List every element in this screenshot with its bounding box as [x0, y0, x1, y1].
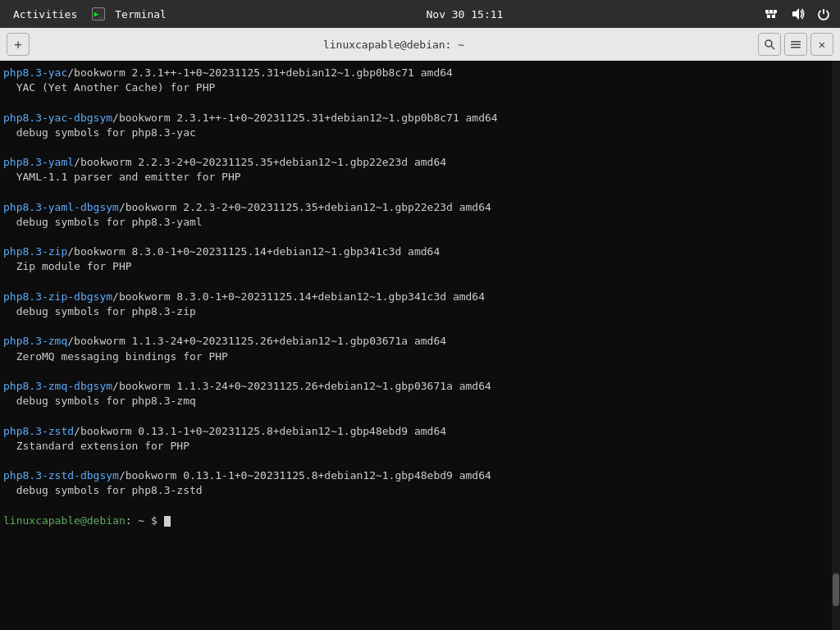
- system-bar-right: [763, 6, 832, 22]
- svg-rect-2: [774, 10, 777, 13]
- menu-button[interactable]: [784, 33, 807, 56]
- title-bar-right: ✕: [758, 33, 833, 56]
- svg-rect-0: [765, 10, 769, 13]
- svg-rect-1: [769, 10, 773, 13]
- svg-line-11: [771, 46, 774, 49]
- svg-rect-13: [791, 44, 801, 46]
- terminal-taskbar-icon[interactable]: ▶_: [92, 7, 105, 21]
- title-bar-left: +: [7, 33, 30, 56]
- activities-button[interactable]: Activities: [8, 5, 82, 24]
- sound-icon[interactable]: [789, 6, 806, 22]
- window-title: linuxcapable@debian: ~: [30, 39, 758, 51]
- svg-rect-12: [791, 41, 801, 43]
- svg-marker-9: [792, 8, 799, 20]
- svg-point-10: [765, 40, 772, 47]
- network-icon[interactable]: [763, 6, 779, 22]
- title-bar: + linuxcapable@debian: ~ ✕: [0, 28, 840, 61]
- svg-rect-14: [791, 47, 801, 48]
- system-bar-left: Activities ▶_ Terminal: [8, 5, 167, 24]
- scrollbar-thumb[interactable]: [833, 573, 839, 606]
- terminal-content[interactable]: php8.3-yac/bookworm 2.3.1++-1+0~20231125…: [0, 61, 840, 630]
- terminal-output: php8.3-yac/bookworm 2.3.1++-1+0~20231125…: [3, 66, 837, 528]
- svg-rect-3: [767, 15, 770, 18]
- search-button[interactable]: [758, 33, 781, 56]
- terminal-window: + linuxcapable@debian: ~ ✕ php8.3-yac/bo…: [0, 28, 840, 630]
- scrollbar[interactable]: [832, 61, 840, 630]
- power-icon[interactable]: [815, 6, 832, 22]
- system-bar-clock: Nov 30 15:11: [426, 8, 503, 21]
- terminal-taskbar-label: Terminal: [115, 8, 167, 21]
- close-button[interactable]: ✕: [810, 33, 833, 56]
- datetime-display: Nov 30 15:11: [426, 8, 503, 21]
- system-bar: Activities ▶_ Terminal Nov 30 15:11: [0, 0, 840, 28]
- new-tab-button[interactable]: +: [7, 33, 30, 56]
